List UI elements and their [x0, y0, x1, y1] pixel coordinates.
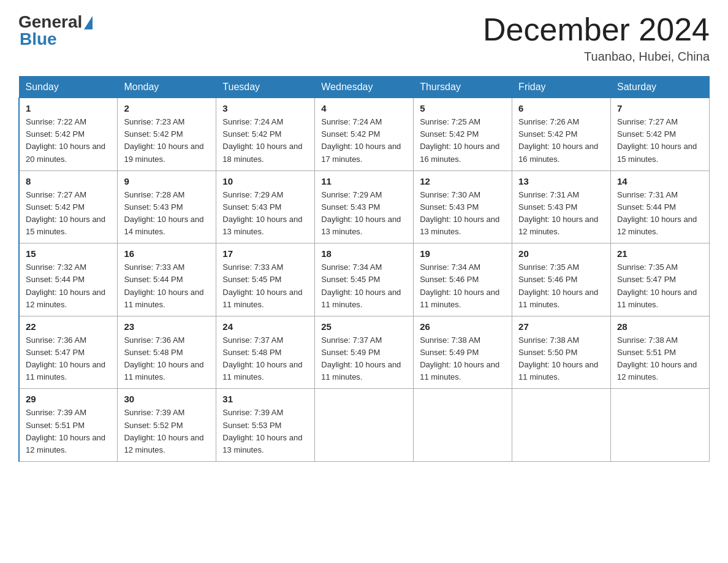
day-number: 29 [26, 394, 111, 404]
day-info: Sunrise: 7:26 AMSunset: 5:42 PMDaylight:… [518, 117, 598, 163]
day-info: Sunrise: 7:25 AMSunset: 5:42 PMDaylight:… [420, 117, 499, 163]
day-number: 31 [222, 394, 308, 404]
day-cell: 10 Sunrise: 7:29 AMSunset: 5:43 PMDaylig… [216, 170, 315, 243]
day-cell: 1 Sunrise: 7:22 AMSunset: 5:42 PMDayligh… [19, 98, 118, 171]
header-monday: Monday [118, 77, 216, 98]
day-cell: 5 Sunrise: 7:25 AMSunset: 5:42 PMDayligh… [414, 98, 512, 171]
day-cell: 26 Sunrise: 7:38 AMSunset: 5:49 PMDaylig… [414, 316, 512, 389]
day-info: Sunrise: 7:23 AMSunset: 5:42 PMDaylight:… [124, 117, 203, 163]
day-number: 5 [420, 103, 506, 113]
day-number: 6 [518, 103, 604, 113]
day-cell: 23 Sunrise: 7:36 AMSunset: 5:48 PMDaylig… [118, 316, 216, 389]
day-number: 21 [617, 248, 703, 259]
day-cell: 17 Sunrise: 7:33 AMSunset: 5:45 PMDaylig… [216, 243, 315, 316]
day-info: Sunrise: 7:35 AMSunset: 5:47 PMDaylight:… [617, 262, 697, 308]
header-sunday: Sunday [19, 77, 118, 98]
day-number: 22 [26, 321, 111, 332]
day-info: Sunrise: 7:24 AMSunset: 5:42 PMDaylight:… [321, 117, 401, 163]
week-row-2: 8 Sunrise: 7:27 AMSunset: 5:42 PMDayligh… [19, 170, 710, 243]
day-cell: 25 Sunrise: 7:37 AMSunset: 5:49 PMDaylig… [315, 316, 414, 389]
day-info: Sunrise: 7:31 AMSunset: 5:43 PMDaylight:… [518, 190, 598, 236]
day-cell: 27 Sunrise: 7:38 AMSunset: 5:50 PMDaylig… [512, 316, 611, 389]
day-info: Sunrise: 7:29 AMSunset: 5:43 PMDaylight:… [321, 190, 401, 236]
day-number: 20 [518, 248, 604, 259]
week-row-4: 22 Sunrise: 7:36 AMSunset: 5:47 PMDaylig… [19, 316, 710, 389]
day-info: Sunrise: 7:37 AMSunset: 5:48 PMDaylight:… [222, 335, 302, 381]
calendar-table: SundayMondayTuesdayWednesdayThursdayFrid… [18, 76, 710, 462]
day-cell: 31 Sunrise: 7:39 AMSunset: 5:53 PMDaylig… [216, 389, 315, 462]
day-number: 9 [124, 176, 210, 186]
day-number: 12 [420, 176, 506, 186]
day-info: Sunrise: 7:39 AMSunset: 5:52 PMDaylight:… [124, 408, 203, 454]
day-cell: 29 Sunrise: 7:39 AMSunset: 5:51 PMDaylig… [19, 389, 118, 462]
day-info: Sunrise: 7:33 AMSunset: 5:45 PMDaylight:… [222, 262, 302, 308]
day-info: Sunrise: 7:36 AMSunset: 5:48 PMDaylight:… [124, 335, 203, 381]
day-cell: 11 Sunrise: 7:29 AMSunset: 5:43 PMDaylig… [315, 170, 414, 243]
day-cell: 28 Sunrise: 7:38 AMSunset: 5:51 PMDaylig… [611, 316, 710, 389]
day-cell: 9 Sunrise: 7:28 AMSunset: 5:43 PMDayligh… [118, 170, 216, 243]
day-cell: 18 Sunrise: 7:34 AMSunset: 5:45 PMDaylig… [315, 243, 414, 316]
page-header: General Blue December 2024 Tuanbao, Hube… [18, 12, 710, 64]
day-cell [315, 389, 414, 462]
header-tuesday: Tuesday [216, 77, 315, 98]
day-cell: 15 Sunrise: 7:32 AMSunset: 5:44 PMDaylig… [19, 243, 118, 316]
logo-arrow-icon [84, 16, 93, 29]
week-row-3: 15 Sunrise: 7:32 AMSunset: 5:44 PMDaylig… [19, 243, 710, 316]
day-number: 15 [26, 248, 111, 259]
day-info: Sunrise: 7:22 AMSunset: 5:42 PMDaylight:… [26, 117, 105, 163]
day-info: Sunrise: 7:32 AMSunset: 5:44 PMDaylight:… [26, 262, 105, 308]
day-number: 4 [321, 103, 407, 113]
day-number: 3 [222, 103, 308, 113]
logo: General Blue [18, 12, 93, 49]
day-cell: 12 Sunrise: 7:30 AMSunset: 5:43 PMDaylig… [414, 170, 512, 243]
week-row-5: 29 Sunrise: 7:39 AMSunset: 5:51 PMDaylig… [19, 389, 710, 462]
day-number: 18 [321, 248, 407, 259]
logo-blue-text: Blue [20, 29, 57, 49]
day-cell: 7 Sunrise: 7:27 AMSunset: 5:42 PMDayligh… [611, 98, 710, 171]
day-cell [611, 389, 710, 462]
month-title: December 2024 [483, 12, 710, 47]
day-info: Sunrise: 7:24 AMSunset: 5:42 PMDaylight:… [222, 117, 302, 163]
day-number: 7 [617, 103, 703, 113]
day-number: 2 [124, 103, 210, 113]
day-number: 23 [124, 321, 210, 332]
day-number: 30 [124, 394, 210, 404]
day-cell: 4 Sunrise: 7:24 AMSunset: 5:42 PMDayligh… [315, 98, 414, 171]
day-number: 8 [26, 176, 111, 186]
day-info: Sunrise: 7:35 AMSunset: 5:46 PMDaylight:… [518, 262, 598, 308]
day-cell [512, 389, 611, 462]
day-number: 24 [222, 321, 308, 332]
day-cell: 6 Sunrise: 7:26 AMSunset: 5:42 PMDayligh… [512, 98, 611, 171]
title-block: December 2024 Tuanbao, Hubei, China [483, 12, 710, 64]
header-friday: Friday [512, 77, 611, 98]
header-saturday: Saturday [611, 77, 710, 98]
day-number: 19 [420, 248, 506, 259]
day-cell: 2 Sunrise: 7:23 AMSunset: 5:42 PMDayligh… [118, 98, 216, 171]
header-row: SundayMondayTuesdayWednesdayThursdayFrid… [19, 77, 710, 98]
day-info: Sunrise: 7:36 AMSunset: 5:47 PMDaylight:… [26, 335, 105, 381]
day-info: Sunrise: 7:38 AMSunset: 5:51 PMDaylight:… [617, 335, 697, 381]
day-number: 16 [124, 248, 210, 259]
day-info: Sunrise: 7:38 AMSunset: 5:50 PMDaylight:… [518, 335, 598, 381]
day-info: Sunrise: 7:27 AMSunset: 5:42 PMDaylight:… [26, 190, 105, 236]
day-info: Sunrise: 7:28 AMSunset: 5:43 PMDaylight:… [124, 190, 203, 236]
day-cell: 14 Sunrise: 7:31 AMSunset: 5:44 PMDaylig… [611, 170, 710, 243]
day-number: 13 [518, 176, 604, 186]
day-info: Sunrise: 7:37 AMSunset: 5:49 PMDaylight:… [321, 335, 401, 381]
day-number: 25 [321, 321, 407, 332]
day-info: Sunrise: 7:34 AMSunset: 5:46 PMDaylight:… [420, 262, 499, 308]
day-cell: 22 Sunrise: 7:36 AMSunset: 5:47 PMDaylig… [19, 316, 118, 389]
day-cell: 30 Sunrise: 7:39 AMSunset: 5:52 PMDaylig… [118, 389, 216, 462]
day-cell [414, 389, 512, 462]
header-thursday: Thursday [414, 77, 512, 98]
day-cell: 21 Sunrise: 7:35 AMSunset: 5:47 PMDaylig… [611, 243, 710, 316]
day-cell: 8 Sunrise: 7:27 AMSunset: 5:42 PMDayligh… [19, 170, 118, 243]
day-number: 11 [321, 176, 407, 186]
location-text: Tuanbao, Hubei, China [483, 50, 710, 64]
day-number: 28 [617, 321, 703, 332]
day-number: 14 [617, 176, 703, 186]
day-number: 27 [518, 321, 604, 332]
day-info: Sunrise: 7:29 AMSunset: 5:43 PMDaylight:… [222, 190, 302, 236]
day-info: Sunrise: 7:34 AMSunset: 5:45 PMDaylight:… [321, 262, 401, 308]
day-cell: 19 Sunrise: 7:34 AMSunset: 5:46 PMDaylig… [414, 243, 512, 316]
